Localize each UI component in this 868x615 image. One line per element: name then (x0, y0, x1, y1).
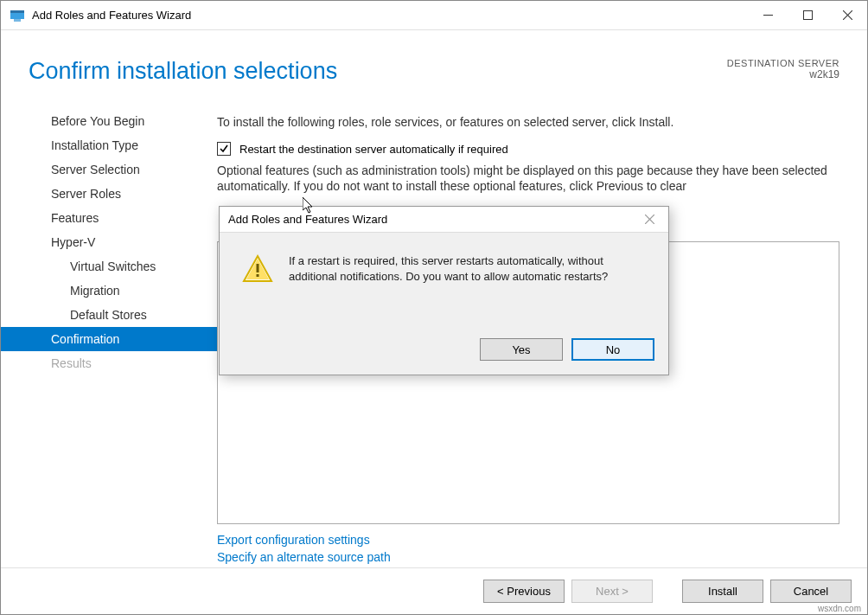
svg-rect-4 (803, 11, 812, 20)
dialog-title: Add Roles and Features Wizard (228, 213, 637, 226)
alternate-source-link[interactable]: Specify an alternate source path (217, 550, 839, 564)
footer: < Previous Next > Install Cancel (1, 567, 867, 614)
titlebar: Add Roles and Features Wizard (1, 1, 867, 30)
svg-rect-3 (763, 15, 773, 16)
restart-checkbox[interactable] (217, 142, 231, 156)
intro-text: To install the following roles, role ser… (217, 114, 839, 130)
sidebar-item-before-you-begin[interactable]: Before You Begin (1, 109, 217, 133)
svg-rect-11 (257, 264, 259, 272)
minimize-button[interactable] (748, 1, 788, 29)
restart-confirm-dialog: Add Roles and Features Wizard If a resta… (219, 206, 669, 375)
dialog-close-button[interactable] (637, 212, 661, 227)
sidebar-item-migration[interactable]: Migration (1, 279, 217, 303)
maximize-button[interactable] (788, 1, 827, 29)
export-settings-link[interactable]: Export configuration settings (217, 533, 839, 547)
destination-block: DESTINATION SERVER w2k19 (727, 58, 839, 80)
sidebar-item-default-stores[interactable]: Default Stores (1, 303, 217, 327)
previous-button[interactable]: < Previous (483, 580, 565, 603)
header: Confirm installation selections DESTINAT… (1, 30, 867, 102)
destination-name: w2k19 (727, 68, 839, 80)
yes-button[interactable]: Yes (480, 338, 563, 361)
no-button[interactable]: No (571, 338, 654, 361)
restart-checkbox-label: Restart the destination server automatic… (239, 143, 508, 156)
dialog-message: If a restart is required, this server re… (289, 253, 651, 326)
next-button: Next > (571, 580, 653, 603)
sidebar-item-results: Results (1, 351, 217, 375)
dialog-titlebar: Add Roles and Features Wizard (220, 207, 668, 233)
watermark: wsxdn.com (818, 604, 861, 613)
sidebar-item-installation-type[interactable]: Installation Type (1, 133, 217, 157)
sidebar-item-features[interactable]: Features (1, 206, 217, 230)
sidebar: Before You Begin Installation Type Serve… (1, 102, 217, 567)
svg-rect-1 (10, 10, 24, 13)
destination-label: DESTINATION SERVER (727, 58, 839, 68)
install-button[interactable]: Install (682, 580, 763, 603)
warning-icon (242, 253, 273, 285)
sidebar-item-confirmation[interactable]: Confirmation (1, 327, 217, 351)
cancel-button[interactable]: Cancel (770, 580, 852, 603)
sidebar-item-server-roles[interactable]: Server Roles (1, 182, 217, 206)
sidebar-item-hyper-v[interactable]: Hyper-V (1, 230, 217, 254)
optional-features-text: Optional features (such as administratio… (217, 163, 839, 194)
app-icon (10, 8, 25, 23)
window-controls (748, 1, 867, 29)
svg-rect-2 (14, 19, 21, 22)
dialog-footer: Yes No (220, 326, 668, 375)
page-title: Confirm installation selections (29, 58, 727, 85)
restart-checkbox-row[interactable]: Restart the destination server automatic… (217, 142, 839, 156)
dialog-body: If a restart is required, this server re… (220, 233, 668, 326)
sidebar-item-server-selection[interactable]: Server Selection (1, 157, 217, 182)
links-block: Export configuration settings Specify an… (217, 533, 839, 567)
window-title: Add Roles and Features Wizard (32, 9, 748, 22)
close-button[interactable] (827, 1, 867, 29)
sidebar-item-virtual-switches[interactable]: Virtual Switches (1, 254, 217, 279)
svg-rect-12 (257, 274, 259, 277)
